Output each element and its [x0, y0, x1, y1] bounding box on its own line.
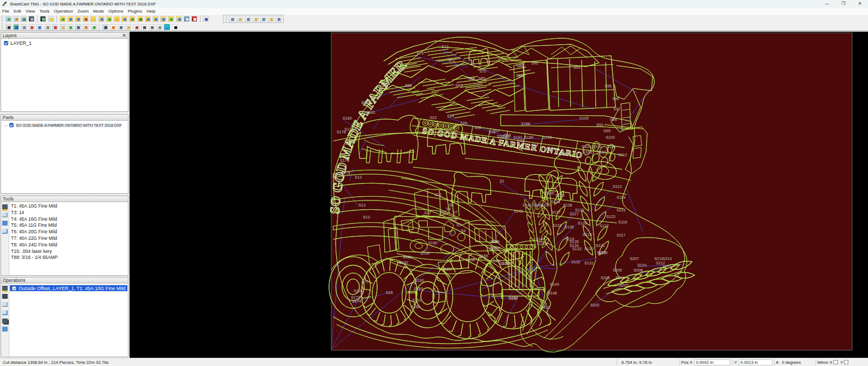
- svg-text:S77: S77: [361, 280, 368, 285]
- svg-text:S116: S116: [618, 220, 627, 225]
- svg-text:S71: S71: [448, 58, 455, 63]
- svg-text:S97: S97: [613, 107, 620, 111]
- svg-text:S202: S202: [590, 303, 600, 308]
- svg-text:S133: S133: [572, 246, 582, 251]
- svg-text:S68: S68: [468, 76, 475, 81]
- svg-text:S122: S122: [600, 223, 609, 228]
- svg-text:S10: S10: [439, 210, 447, 215]
- svg-text:S180: S180: [343, 116, 352, 121]
- svg-text:S117: S117: [617, 233, 625, 238]
- svg-text:S143: S143: [536, 237, 545, 241]
- svg-text:S96: S96: [612, 96, 619, 101]
- svg-text:S88: S88: [610, 117, 617, 122]
- svg-text:S105: S105: [582, 144, 591, 149]
- svg-text:S166: S166: [411, 304, 420, 309]
- svg-text:S12: S12: [435, 192, 442, 197]
- svg-text:S141: S141: [523, 203, 532, 208]
- svg-text:S142: S142: [514, 209, 523, 214]
- svg-text:S93: S93: [573, 65, 580, 70]
- svg-text:S132: S132: [571, 259, 580, 264]
- svg-text:S188: S188: [521, 121, 530, 126]
- svg-text:S189: S189: [524, 135, 533, 140]
- svg-text:S128: S128: [578, 221, 587, 226]
- svg-text:S35: S35: [546, 147, 553, 152]
- svg-text:S69: S69: [478, 76, 485, 81]
- svg-text:S207: S207: [630, 256, 639, 261]
- svg-text:S124: S124: [354, 288, 363, 293]
- svg-text:S99: S99: [603, 128, 611, 133]
- svg-text:S100: S100: [606, 135, 615, 140]
- svg-text:S148: S148: [548, 291, 557, 296]
- svg-text:S176: S176: [340, 158, 349, 163]
- svg-text:S193: S193: [543, 135, 552, 140]
- svg-text:S13: S13: [355, 175, 362, 180]
- svg-text:S138: S138: [563, 203, 572, 208]
- svg-text:S9: S9: [446, 206, 451, 211]
- svg-text:S31: S31: [489, 129, 496, 134]
- svg-text:S161: S161: [412, 298, 421, 303]
- svg-text:S91: S91: [596, 122, 603, 127]
- svg-text:S177: S177: [345, 141, 354, 146]
- svg-text:S149: S149: [550, 282, 559, 287]
- svg-text:S169: S169: [414, 286, 423, 291]
- svg-text:S13: S13: [363, 215, 370, 220]
- svg-text:S129: S129: [583, 232, 592, 237]
- svg-text:S182: S182: [361, 100, 371, 105]
- svg-text:S82: S82: [405, 83, 412, 88]
- svg-text:S127: S127: [570, 211, 579, 216]
- svg-text:S101: S101: [607, 144, 616, 149]
- svg-text:S78: S78: [381, 82, 388, 87]
- svg-text:S5: S5: [456, 222, 461, 227]
- svg-text:S95: S95: [605, 84, 612, 88]
- svg-text:S200: S200: [491, 246, 501, 251]
- svg-text:S140: S140: [541, 203, 550, 208]
- svg-text:S4: S4: [461, 228, 466, 233]
- svg-text:S70: S70: [479, 69, 486, 74]
- svg-text:S119: S119: [565, 237, 574, 241]
- svg-text:S162: S162: [399, 260, 408, 265]
- svg-text:S159: S159: [420, 251, 430, 256]
- svg-text:S109: S109: [579, 116, 589, 121]
- svg-text:S1: S1: [500, 179, 505, 184]
- svg-text:S92: S92: [531, 61, 538, 66]
- svg-text:S115: S115: [617, 208, 625, 212]
- svg-text:S125: S125: [555, 193, 565, 198]
- svg-text:S214: S214: [662, 264, 672, 269]
- svg-text:S157: S157: [502, 261, 511, 266]
- svg-text:S106: S106: [583, 150, 592, 155]
- svg-text:S99: S99: [491, 239, 498, 244]
- svg-text:S178: S178: [337, 129, 346, 134]
- svg-text:S24: S24: [447, 114, 454, 119]
- svg-text:S83: S83: [455, 83, 462, 88]
- svg-text:S16: S16: [450, 217, 457, 222]
- svg-text:S173: S173: [351, 295, 360, 300]
- svg-text:S75: S75: [398, 67, 405, 72]
- svg-text:S136: S136: [565, 225, 574, 229]
- svg-text:S157: S157: [444, 267, 453, 271]
- svg-text:S15: S15: [493, 258, 500, 263]
- svg-text:S13: S13: [359, 203, 366, 208]
- svg-text:S17: S17: [424, 210, 431, 215]
- svg-text:S103: S103: [593, 144, 602, 149]
- svg-text:S123: S123: [606, 214, 615, 219]
- svg-text:S139: S139: [545, 191, 554, 196]
- svg-text:S155: S155: [479, 253, 488, 258]
- svg-text:S121: S121: [596, 243, 605, 248]
- svg-text:S152: S152: [508, 296, 518, 301]
- svg-text:S73: S73: [417, 51, 424, 56]
- svg-text:S113: S113: [613, 184, 621, 189]
- svg-text:S33: S33: [517, 138, 524, 143]
- svg-text:S124: S124: [551, 199, 560, 204]
- svg-text:S145: S145: [533, 203, 542, 208]
- svg-text:S36: S36: [560, 151, 567, 156]
- svg-text:S131: S131: [584, 261, 594, 265]
- svg-text:S23: S23: [430, 115, 437, 120]
- svg-text:S89: S89: [517, 63, 524, 68]
- svg-text:S151: S151: [541, 305, 550, 310]
- svg-text:S208: S208: [634, 268, 643, 273]
- svg-text:S16: S16: [386, 290, 393, 295]
- svg-text:S29: S29: [460, 121, 467, 126]
- svg-text:S206: S206: [601, 275, 610, 280]
- svg-text:S32: S32: [503, 134, 510, 139]
- svg-text:S13: S13: [336, 172, 343, 176]
